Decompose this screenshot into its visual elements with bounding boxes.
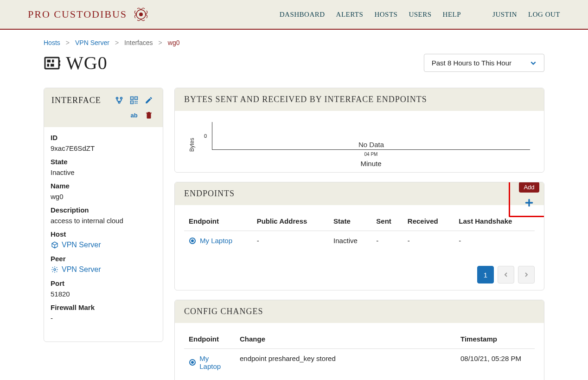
svg-rect-21	[136, 103, 137, 103]
svg-rect-2	[45, 58, 59, 69]
field-id-value: 9xac7E6SdZT	[51, 144, 156, 152]
svg-rect-6	[51, 64, 54, 66]
endpoint-name: My Laptop	[200, 237, 232, 245]
svg-point-9	[116, 97, 118, 99]
page-title: WG0	[66, 52, 108, 74]
branch-icon[interactable]	[113, 94, 126, 107]
svg-rect-15	[132, 98, 133, 99]
field-host-value: VPN Server	[62, 241, 101, 249]
crumb-sep: >	[159, 39, 162, 46]
endpoint-link[interactable]: My Laptop	[189, 354, 230, 370]
delete-icon[interactable]	[142, 109, 155, 122]
table-row: My Laptop - Inactive - - -	[184, 231, 535, 251]
field-port-label: Port	[51, 279, 156, 287]
cube-icon	[51, 241, 59, 249]
breadcrumb: Hosts > VPN Server > Interfaces > wg0	[44, 36, 544, 52]
svg-rect-3	[47, 59, 51, 62]
col-cfg-endpoint: Endpoint	[184, 329, 235, 349]
field-peer-label: Peer	[51, 255, 156, 263]
interface-icon	[44, 55, 60, 71]
svg-rect-4	[52, 59, 54, 62]
endpoint-link[interactable]: My Laptop	[189, 237, 248, 245]
title-row: WG0 Past 8 Hours to This Hour	[44, 52, 544, 74]
svg-rect-8	[59, 64, 60, 66]
cell-sent: -	[371, 231, 403, 251]
brand-text: PRO CUSTODIBUS	[28, 8, 127, 20]
svg-point-22	[54, 269, 56, 271]
endpoints-table: Endpoint Public Address State Sent Recei…	[184, 212, 535, 250]
crumb-vpn[interactable]: VPN Server	[75, 39, 109, 46]
page-prev-button[interactable]	[498, 266, 514, 283]
crumb-sep: >	[66, 39, 70, 46]
field-peer-link[interactable]: VPN Server	[51, 265, 156, 274]
brand-logo-icon	[133, 6, 149, 23]
svg-point-1	[139, 13, 143, 16]
endpoint-icon	[189, 359, 196, 366]
col-pub: Public Address	[252, 212, 329, 231]
crumb-current: wg0	[168, 39, 180, 46]
svg-rect-16	[136, 98, 137, 99]
cell-pub: -	[252, 231, 329, 251]
field-fw-label: Firewall Mark	[51, 303, 156, 311]
svg-rect-17	[132, 102, 133, 103]
nav-dashboard[interactable]: DASHBOARD	[280, 11, 325, 19]
pagination: 1	[175, 259, 544, 290]
field-fw-value: -	[51, 314, 156, 322]
field-host-link[interactable]: VPN Server	[51, 241, 156, 249]
col-recv: Received	[403, 212, 454, 231]
chart-no-data: No Data	[358, 141, 384, 148]
svg-rect-5	[47, 64, 50, 66]
interface-panel-title: INTERFACE	[51, 94, 101, 105]
nav-logout[interactable]: LOG OUT	[528, 11, 560, 19]
chart-title: BYTES SENT AND RECEIVED BY INTERFACE END…	[184, 95, 427, 104]
crumb-hosts[interactable]: Hosts	[44, 39, 60, 46]
nav-users[interactable]: USERS	[409, 11, 431, 19]
qr-icon[interactable]	[128, 94, 141, 107]
field-desc-value: access to internal cloud	[51, 217, 156, 225]
chart-panel: BYTES SENT AND RECEIVED BY INTERFACE END…	[174, 88, 544, 173]
cell-state: Inactive	[329, 231, 371, 251]
cfg-ts: 08/10/21, 05:28 PM	[456, 349, 535, 376]
field-id-label: ID	[51, 134, 156, 142]
config-panel: CONFIG CHANGES Endpoint Change Timestamp…	[174, 300, 544, 380]
add-endpoint-button[interactable]	[522, 195, 537, 210]
col-endpoint: Endpoint	[184, 212, 252, 231]
chevron-down-icon	[530, 60, 537, 66]
chart-y-label: Bytes	[189, 122, 195, 167]
chart-x-label: Minute	[212, 160, 530, 167]
cfg-endpoint-name: My Laptop	[199, 354, 230, 370]
chart-axes: 0 No Data	[212, 122, 530, 150]
page-1-button[interactable]: 1	[477, 266, 494, 283]
interface-panel: INTERFACE ab ID9xac7E6SdZT StateInactive…	[44, 88, 163, 342]
page-next-button[interactable]	[518, 266, 535, 283]
svg-point-24	[191, 239, 194, 242]
cell-recv: -	[403, 231, 454, 251]
add-highlight: Add	[509, 182, 544, 217]
chart-y-tick: 0	[204, 133, 207, 139]
field-port-value: 51820	[51, 290, 156, 298]
nav-hosts[interactable]: HOSTS	[374, 11, 397, 19]
svg-rect-20	[135, 103, 136, 103]
nav-current-user[interactable]: JUSTIN	[492, 11, 517, 19]
edit-icon[interactable]	[142, 94, 155, 107]
brand[interactable]: PRO CUSTODIBUS	[28, 6, 149, 23]
col-cfg-change: Change	[235, 329, 456, 349]
endpoints-title: ENDPOINTS	[184, 189, 235, 199]
time-range-select[interactable]: Past 8 Hours to This Hour	[424, 54, 544, 72]
nav-alerts[interactable]: ALERTS	[336, 11, 364, 19]
cfg-change: endpoint preshared_key stored	[235, 349, 456, 376]
col-cfg-ts: Timestamp	[456, 329, 535, 349]
endpoint-icon	[189, 237, 196, 245]
field-peer-value: VPN Server	[62, 265, 101, 274]
field-name-label: Name	[51, 182, 156, 190]
col-state: State	[329, 212, 371, 231]
svg-rect-19	[136, 101, 137, 102]
config-title: CONFIG CHANGES	[184, 307, 263, 316]
crumb-interfaces: Interfaces	[124, 39, 153, 46]
svg-point-26	[191, 361, 194, 364]
svg-rect-18	[135, 101, 136, 102]
nav-help[interactable]: HELP	[443, 11, 461, 19]
time-range-label: Past 8 Hours to This Hour	[432, 59, 511, 67]
table-row: My Laptop endpoint preshared_key stored …	[184, 349, 535, 376]
rename-icon[interactable]: ab	[128, 109, 141, 122]
